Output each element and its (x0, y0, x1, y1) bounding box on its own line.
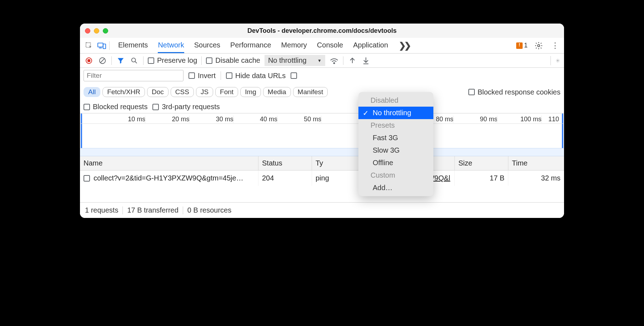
column-time[interactable]: Time (508, 156, 564, 170)
filter-img[interactable]: Img (240, 87, 261, 97)
svg-point-3 (538, 45, 540, 47)
hide-data-urls-checkbox[interactable]: Hide data URLs (226, 72, 286, 80)
svg-point-7 (557, 60, 558, 61)
column-status[interactable]: Status (258, 156, 312, 170)
tab-sources[interactable]: Sources (194, 38, 220, 53)
blocked-requests-checkbox[interactable]: Blocked requests (84, 103, 147, 111)
preserve-log-checkbox[interactable]: Preserve log (148, 56, 197, 65)
blocked-response-cookies-checkbox[interactable]: Blocked response cookies (468, 88, 560, 96)
disable-cache-checkbox[interactable]: Disable cache (206, 56, 260, 65)
filter-media[interactable]: Media (263, 87, 291, 97)
minimize-window-button[interactable] (94, 28, 99, 34)
separator (143, 56, 144, 65)
separator (109, 41, 110, 50)
tab-console[interactable]: Console (317, 38, 343, 53)
table-row[interactable]: collect?v=2&tid=G-H1Y3PXZW9Q&gtm=45je… 2… (80, 170, 564, 186)
search-icon[interactable] (130, 56, 139, 65)
column-name[interactable]: Name (80, 156, 258, 170)
tab-performance[interactable]: Performance (230, 38, 271, 53)
network-settings-icon[interactable] (550, 56, 560, 65)
issues-badge[interactable]: 1 (516, 42, 528, 49)
request-table-body: collect?v=2&tid=G-H1Y3PXZW9Q&gtm=45je… 2… (80, 170, 564, 203)
status-bar: 1 requests 17 B transferred 0 B resource… (80, 203, 564, 218)
filter-input[interactable] (84, 70, 183, 81)
upload-har-icon[interactable] (348, 56, 357, 65)
separator (221, 71, 221, 80)
cell-time: 32 ms (508, 170, 564, 186)
third-party-requests-checkbox[interactable]: 3rd-party requests (152, 103, 220, 111)
network-toolbar: Preserve log Disable cache No throttling… (80, 54, 564, 68)
status-resources: 0 B resources (187, 206, 231, 214)
throttling-menu: Disabled No throttling Presets Fast 3G S… (358, 92, 433, 196)
settings-icon[interactable] (533, 40, 544, 51)
network-conditions-icon[interactable] (329, 56, 339, 65)
row-checkbox[interactable] (84, 175, 90, 182)
timeline-labels: 10 ms 20 ms 30 ms 40 ms 50 ms 80 ms 90 m… (80, 113, 564, 123)
menu-group-custom: Custom (358, 169, 433, 182)
column-size[interactable]: Size (455, 156, 508, 170)
filter-all[interactable]: All (84, 87, 100, 97)
cell-size: 17 B (455, 170, 508, 186)
more-tabs-icon[interactable]: ❯❯ (399, 41, 409, 51)
zoom-window-button[interactable] (103, 28, 108, 34)
invert-checkbox[interactable]: Invert (188, 72, 216, 80)
separator (111, 56, 112, 65)
menu-group-disabled: Disabled (358, 94, 433, 107)
svg-rect-2 (103, 44, 106, 49)
throttling-select[interactable]: No throttling ▼ (265, 55, 325, 66)
filter-manifest[interactable]: Manifest (293, 87, 328, 97)
filter-bar: Invert Hide data URLs All Fetch/XHR Doc … (80, 68, 564, 113)
warning-icon (516, 42, 523, 49)
menu-item-slow-3g[interactable]: Slow 3G (358, 144, 433, 157)
truncated-checkbox[interactable] (291, 72, 297, 79)
filter-fetch-xhr[interactable]: Fetch/XHR (102, 87, 145, 97)
window-title: DevTools - developer.chrome.com/docs/dev… (80, 27, 564, 35)
filter-doc[interactable]: Doc (147, 87, 168, 97)
separator (343, 56, 343, 65)
download-har-icon[interactable] (361, 56, 371, 65)
tab-elements[interactable]: Elements (118, 38, 148, 53)
filter-js[interactable]: JS (196, 87, 213, 97)
cell-type: ping (312, 170, 366, 186)
filter-icon[interactable] (116, 56, 125, 65)
filter-font[interactable]: Font (215, 87, 238, 97)
filter-css[interactable]: CSS (171, 87, 194, 97)
menu-item-no-throttling[interactable]: No throttling (358, 107, 433, 119)
clear-icon[interactable] (98, 56, 107, 65)
resource-type-filters: All Fetch/XHR Doc CSS JS Font Img Media … (84, 87, 328, 97)
timeline-overview[interactable]: 10 ms 20 ms 30 ms 40 ms 50 ms 80 ms 90 m… (80, 113, 564, 156)
status-requests: 1 requests (85, 206, 118, 214)
status-transferred: 17 B transferred (127, 206, 178, 214)
menu-item-add[interactable]: Add… (358, 182, 433, 194)
more-icon[interactable]: ⋮ (550, 40, 560, 51)
devtools-window: DevTools - developer.chrome.com/docs/dev… (80, 24, 564, 218)
cell-status: 204 (258, 170, 312, 186)
cell-name: collect?v=2&tid=G-H1Y3PXZW9Q&gtm=45je… (80, 170, 258, 186)
window-controls (85, 28, 108, 34)
titlebar: DevTools - developer.chrome.com/docs/dev… (80, 24, 564, 38)
throttling-value: No throttling (268, 56, 307, 65)
device-toolbar-icon[interactable] (96, 40, 107, 51)
tab-application[interactable]: Application (353, 38, 388, 53)
close-window-button[interactable] (85, 28, 90, 34)
chevron-down-icon: ▼ (317, 58, 322, 63)
svg-point-6 (333, 62, 334, 63)
separator (201, 56, 202, 65)
svg-rect-1 (98, 43, 103, 47)
menu-item-offline[interactable]: Offline (358, 157, 433, 169)
svg-point-5 (132, 58, 136, 62)
record-button[interactable] (84, 56, 94, 65)
menu-group-presets: Presets (358, 119, 433, 132)
tab-network[interactable]: Network (158, 38, 184, 53)
tab-memory[interactable]: Memory (281, 38, 307, 53)
inspect-element-icon[interactable] (84, 40, 94, 51)
issues-count: 1 (524, 42, 528, 49)
column-type[interactable]: Ty (312, 156, 366, 170)
menu-item-fast-3g[interactable]: Fast 3G (358, 132, 433, 144)
panel-tabs: Elements Network Sources Performance Mem… (118, 38, 388, 53)
panel-tabbar: Elements Network Sources Performance Mem… (80, 38, 564, 54)
request-table-header: Name Status Ty Size Time (80, 156, 564, 170)
